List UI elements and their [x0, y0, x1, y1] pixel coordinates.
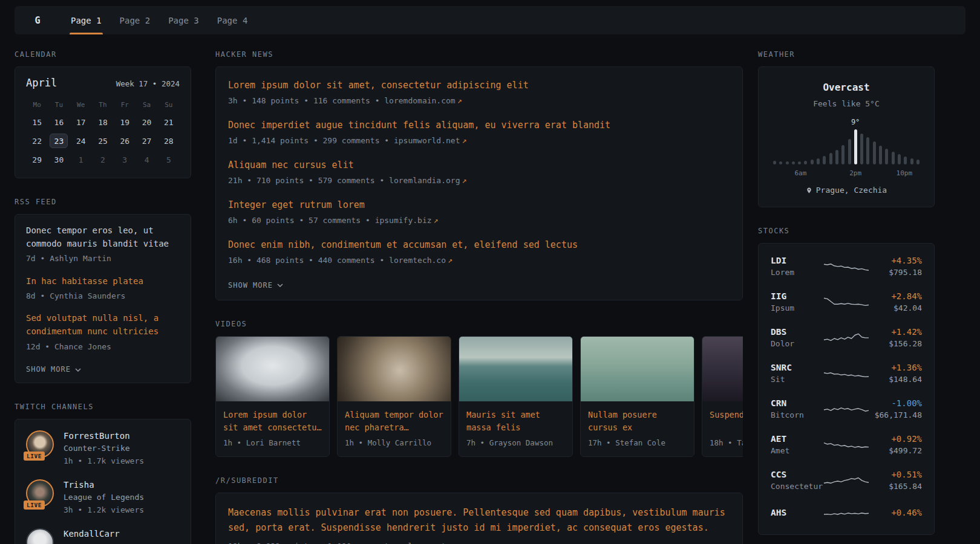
weekday-label: Th [99, 101, 106, 109]
weather-bar [786, 161, 789, 164]
stock-sparkline [823, 401, 870, 418]
rss-link[interactable]: Donec tempor eros leo, ut commodo mauris… [26, 224, 180, 250]
chevron-down-icon [277, 283, 283, 287]
channel-game: Counter-Strike [64, 444, 144, 453]
hackernews-link[interactable]: Donec imperdiet augue tincidunt felis al… [228, 119, 730, 132]
stock-symbol: AET [771, 434, 823, 444]
subreddit-section-title: /R/SUBREDDIT [215, 476, 743, 485]
weekday-label: Tu [55, 101, 63, 109]
calendar-widget: CALENDAR April Week 17 • 2024 MoTuWeThFr… [15, 50, 191, 178]
hour-label: 6am [794, 169, 806, 177]
stock-row[interactable]: SNRC Sit +1.36% $148.64 [771, 355, 922, 391]
hackernews-link[interactable]: Donec enim nibh, condimentum et accumsan… [228, 239, 730, 252]
channel-name: ForrestBurton [64, 431, 144, 441]
hackernews-link[interactable]: Integer eget rutrum lorem [228, 199, 730, 212]
external-link-icon: ↗ [457, 96, 462, 105]
video-thumbnail[interactable] [216, 337, 329, 401]
stock-change: +0.51% [870, 470, 922, 479]
rss-link[interactable]: Sed volutpat nulla nisl, a condimentum n… [26, 312, 180, 338]
calendar-week-year: Week 17 • 2024 [116, 79, 180, 88]
calendar-header: April Week 17 • 2024 [26, 77, 180, 89]
twitch-channel[interactable]: LIVE KendallCarr [26, 528, 180, 544]
hackernews-item: Integer eget rutrum lorem 6h • 60 points… [228, 199, 730, 226]
video-thumbnail[interactable] [459, 337, 572, 401]
calendar-day: 29 [28, 152, 46, 167]
weather-bar [916, 160, 920, 164]
video-card[interactable]: Nullam posuere cursus ex 17h • Stefan Co… [580, 336, 694, 458]
calendar-day: 15 [28, 115, 46, 129]
subreddit-card: Maecenas mollis pulvinar erat non posuer… [215, 493, 743, 544]
weather-bar [817, 158, 820, 164]
stocks-widget: STOCKS LDI Lorem +4.35% $795.18 [758, 227, 935, 535]
video-title-link[interactable]: Suspendisse diam [710, 409, 743, 434]
stock-row[interactable]: DBS Dolor +1.42% $156.28 [771, 320, 922, 355]
sparkline-chart [823, 329, 869, 346]
stock-symbol: SNRC [771, 363, 823, 372]
stock-sparkline [823, 365, 870, 382]
stock-row[interactable]: CRN Bitcorn -1.00% $66,171.48 [771, 391, 922, 427]
calendar-day: 16 [50, 115, 68, 129]
hackernews-link[interactable]: Aliquam nec cursus elit [228, 159, 730, 172]
rss-link[interactable]: In hac habitasse platea [26, 275, 180, 288]
video-card[interactable]: Lorem ipsum dolor sit amet consectetu… 1… [215, 336, 330, 458]
weather-bar [792, 161, 795, 164]
stock-row[interactable]: AET Amet +0.92% $499.72 [771, 427, 922, 462]
right-column: WEATHER Overcast Feels like 5°C 9° 6am2p… [758, 50, 935, 544]
video-title-link[interactable]: Aliquam tempor dolor nec pharetra… [345, 409, 443, 434]
video-thumbnail[interactable] [581, 337, 694, 401]
weather-hourly-chart: 9° 6am2pm10pm [773, 119, 920, 177]
video-card[interactable]: Aliquam tempor dolor nec pharetra… 1h • … [337, 336, 451, 458]
avatar-wrap: LIVE [26, 528, 55, 544]
weekday-label: Sa [143, 101, 151, 109]
app-logo[interactable]: G [22, 6, 53, 34]
subreddit-post: Maecenas mollis pulvinar erat non posuer… [228, 505, 730, 544]
stock-row[interactable]: LDI Lorem +4.35% $795.18 [771, 248, 922, 284]
video-meta: 1h • Lori Barnett [223, 438, 322, 448]
stock-values: +1.42% $156.28 [870, 327, 922, 348]
hackernews-meta: 3h • 148 points • 116 comments • loremdo… [228, 96, 730, 106]
video-title-link[interactable]: Nullam posuere cursus ex [588, 409, 687, 434]
sparkline-chart [823, 365, 869, 382]
hackernews-meta-text: 3h • 148 points • 116 comments • loremdo… [228, 96, 456, 105]
stock-row[interactable]: AHS +0.46% [771, 498, 922, 529]
stock-row[interactable]: CCS Consectetur +0.51% $165.84 [771, 462, 922, 498]
calendar-day: 4 [138, 152, 156, 167]
hackernews-item: Aliquam nec cursus elit 21h • 710 points… [228, 159, 730, 186]
stock-change: +0.92% [870, 434, 922, 444]
rss-widget: RSS FEED Donec tempor eros leo, ut commo… [15, 198, 191, 383]
hackernews-meta-text: 6h • 60 points • 57 comments • ipsumify.… [228, 216, 432, 225]
hackernews-show-more-button[interactable]: SHOW MORE [228, 281, 283, 290]
calendar-day: 22 [28, 134, 46, 148]
rss-show-more-button[interactable]: SHOW MORE [26, 365, 81, 374]
avatar-wrap: LIVE [26, 479, 55, 507]
stock-identity: SNRC Sit [771, 363, 823, 384]
stock-change: +0.46% [870, 508, 922, 517]
twitch-channel[interactable]: LIVE Trisha League of Legends 3h • 1.2k … [26, 479, 180, 516]
stock-values: +2.84% $42.04 [870, 291, 922, 312]
page-tab[interactable]: Page 3 [159, 6, 208, 34]
weather-bar [860, 134, 863, 164]
hackernews-meta: 6h • 60 points • 57 comments • ipsumify.… [228, 215, 730, 226]
hackernews-link[interactable]: Lorem ipsum dolor sit amet, consectetur … [228, 79, 730, 92]
calendar-day: 19 [116, 115, 134, 129]
calendar-card: April Week 17 • 2024 MoTuWeThFrSaSu 1516… [15, 66, 191, 178]
twitch-card: LIVE ForrestBurton Counter-Strike 1h • 1… [15, 419, 191, 544]
page-tab[interactable]: Page 4 [208, 6, 257, 34]
page-tab[interactable]: Page 1 [62, 6, 111, 34]
weather-bar [811, 160, 814, 164]
twitch-channel[interactable]: LIVE ForrestBurton Counter-Strike 1h • 1… [26, 430, 180, 467]
stock-change: -1.00% [870, 398, 922, 408]
stock-row[interactable]: IIG Ipsum +2.84% $42.04 [771, 284, 922, 320]
video-card[interactable]: Mauris sit amet massa felis 7h • Grayson… [459, 336, 573, 458]
video-thumbnail[interactable] [338, 337, 451, 401]
video-title-link[interactable]: Lorem ipsum dolor sit amet consectetu… [223, 409, 322, 434]
stock-symbol: IIG [771, 291, 823, 301]
video-body: Aliquam tempor dolor nec pharetra… 1h • … [338, 401, 451, 457]
weather-bar [866, 137, 869, 164]
video-title-link[interactable]: Mauris sit amet massa felis [466, 409, 565, 434]
page-tab[interactable]: Page 2 [111, 6, 160, 34]
subreddit-post-link[interactable]: Maecenas mollis pulvinar erat non posuer… [228, 505, 730, 536]
video-thumbnail[interactable] [702, 337, 743, 401]
stock-price: $66,171.48 [870, 410, 922, 419]
video-card[interactable]: Suspendisse diam 18h • Tara [702, 336, 743, 458]
